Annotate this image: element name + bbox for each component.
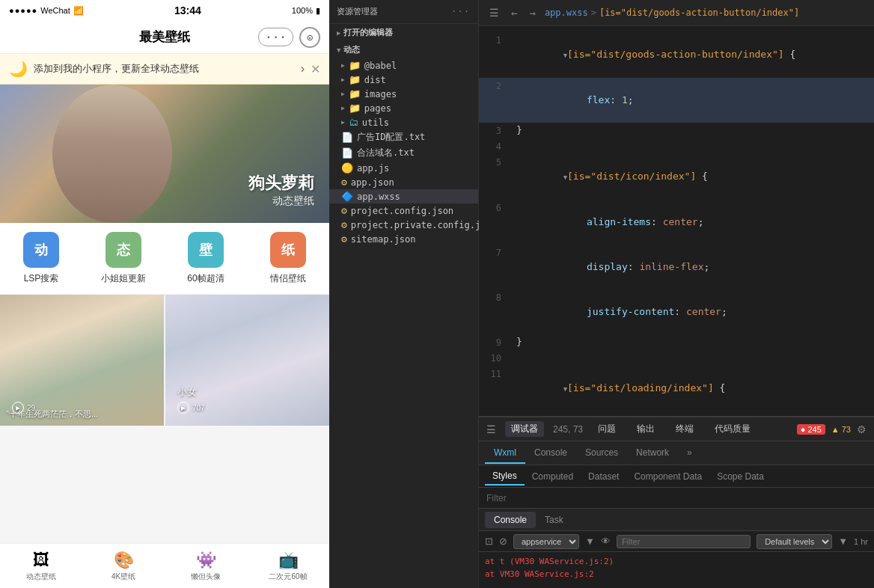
- console-dropdown-icon[interactable]: ▼: [585, 536, 595, 547]
- inspector-tab-dataset[interactable]: Dataset: [581, 468, 626, 485]
- babel-folder-icon: 📁: [349, 60, 361, 71]
- console-tab-console[interactable]: Console: [485, 512, 536, 528]
- code-editor-area[interactable]: 1 ▼[is="dist/goods-action-button/index"]…: [479, 26, 874, 416]
- utils-folder-icon: 🗂: [349, 117, 358, 128]
- console-block-icon[interactable]: ⊘: [499, 536, 507, 547]
- file-panel-title: 资源管理器: [337, 6, 378, 17]
- breadcrumb-separator: >: [591, 7, 596, 18]
- console-eye-icon[interactable]: 👁: [601, 536, 611, 547]
- more-button[interactable]: ···: [258, 28, 293, 46]
- file-projectconfig[interactable]: ⚙ project.config.json: [329, 203, 478, 218]
- tab-more[interactable]: »: [678, 443, 701, 464]
- nav-4k-icon: 🎨: [114, 551, 134, 569]
- folder-utils[interactable]: ▶ 🗂 utils: [329, 115, 478, 129]
- devtools-output-btn[interactable]: 输出: [631, 421, 661, 437]
- console-level-dropdown-icon[interactable]: ▼: [838, 536, 848, 547]
- line-number-2: 2: [479, 78, 513, 94]
- category-item-jj[interactable]: 态 小姐姐更新: [82, 223, 165, 294]
- file-adconfig[interactable]: 📄 广告ID配置.txt: [329, 129, 478, 145]
- nav-back-button[interactable]: ☰: [486, 5, 502, 20]
- banner-icon: 🌙: [9, 60, 28, 78]
- image-grid: ▶ 29 "十年生死两茫茫，不思... 小女 ▶ 707: [0, 295, 329, 543]
- code-line-2: 2 flex: 1;: [479, 78, 874, 123]
- inspector-tab-component-data[interactable]: Component Data: [626, 468, 709, 485]
- console-level-select[interactable]: Default levels: [757, 534, 832, 549]
- file-projectprivate[interactable]: ⚙ project.private.config.js...: [329, 218, 478, 232]
- dynamic-section[interactable]: ▼ 动态: [329, 41, 478, 58]
- console-tabs: Console Task: [479, 509, 874, 531]
- tab-wxml[interactable]: Wxml: [485, 443, 525, 464]
- play-icon-2: ▶: [177, 402, 189, 414]
- category-item-lsp[interactable]: 动 LSP搜索: [0, 223, 82, 294]
- tab-sources[interactable]: Sources: [576, 443, 627, 464]
- hero-subtitle: 动态壁纸: [248, 195, 314, 208]
- folder-babel[interactable]: ▶ 📁 @babel: [329, 58, 478, 73]
- console-filter-input[interactable]: [617, 535, 751, 548]
- category-label-couple: 情侣壁纸: [270, 272, 306, 285]
- nav-avatar-icon: 👾: [196, 551, 216, 569]
- tab-console[interactable]: Console: [525, 443, 576, 464]
- file-panel-more-button[interactable]: ···: [451, 7, 471, 16]
- console-service-select[interactable]: appservice: [513, 534, 579, 549]
- console-cursor-icon[interactable]: ⊡: [485, 536, 493, 547]
- wechat-label: WeChat: [40, 6, 70, 15]
- appwxss-label: app.wxss: [357, 192, 400, 202]
- nav-back-icon[interactable]: ←: [508, 5, 520, 20]
- nav-forward-icon[interactable]: →: [526, 5, 538, 20]
- images-label: images: [364, 89, 397, 99]
- console-toolbar: ⊡ ⊘ appservice ▼ 👁 Default levels ▼ 1 hr: [479, 531, 874, 552]
- line-content-7: display: inline-flex;: [513, 245, 874, 290]
- open-editors-section[interactable]: ▶ 打开的编辑器: [329, 24, 478, 41]
- sitemap-icon: ⚙: [341, 233, 347, 245]
- devtools-debugger-btn[interactable]: 调试器: [505, 421, 544, 437]
- file-legal[interactable]: 📄 合法域名.txt: [329, 145, 478, 161]
- console-tab-task[interactable]: Task: [536, 512, 572, 528]
- console-line-1: at t (VM30 WAService.js:2): [485, 555, 868, 568]
- line-content-5: ▼[is="dist/icon/index"] {: [513, 154, 874, 200]
- file-sitemap[interactable]: ⚙ sitemap.json: [329, 232, 478, 246]
- nav-item-4k[interactable]: 🎨 4K壁纸: [82, 544, 165, 588]
- category-icon-couple: 纸: [270, 232, 306, 268]
- tab-network[interactable]: Network: [627, 443, 678, 464]
- file-appjs[interactable]: 🟡 app.js: [329, 161, 478, 175]
- breadcrumb-selector: [is="dist/goods-action-button/index"]: [599, 7, 799, 18]
- devtools-settings-icon[interactable]: ⚙: [857, 423, 867, 435]
- nav-item-dynamic[interactable]: 🖼 动态壁纸: [0, 544, 82, 588]
- banner-close-button[interactable]: ✕: [311, 62, 320, 76]
- devtools-problems-btn[interactable]: 问题: [592, 421, 622, 437]
- line-number-3: 3: [479, 123, 513, 138]
- devtools-quality-btn[interactable]: 代码质量: [709, 421, 757, 437]
- file-panel-header: 资源管理器 ···: [329, 0, 478, 24]
- devtools-menu-icon[interactable]: ☰: [486, 423, 496, 435]
- devtools-terminal-btn[interactable]: 终端: [670, 421, 700, 437]
- folder-pages[interactable]: ▶ 📁 pages: [329, 101, 478, 115]
- folder-images[interactable]: ▶ 📁 images: [329, 87, 478, 101]
- image-card-2[interactable]: 小女 ▶ 707: [165, 295, 329, 426]
- images-folder-icon: 📁: [349, 88, 361, 99]
- category-item-60[interactable]: 壁 60帧超清: [165, 223, 247, 294]
- legal-icon: 📄: [341, 147, 353, 159]
- line-number-8: 8: [479, 290, 513, 305]
- file-appjson[interactable]: ⚙ app.json: [329, 175, 478, 189]
- category-item-couple[interactable]: 纸 情侣壁纸: [247, 223, 329, 294]
- line-content-9: }: [513, 334, 874, 349]
- category-label-lsp: LSP搜索: [24, 272, 59, 285]
- mini-program-banner[interactable]: 🌙 添加到我的小程序，更新全球动态壁纸 › ✕: [0, 54, 329, 85]
- folder-dist[interactable]: ▶ 📁 dist: [329, 73, 478, 87]
- line-content-6: align-items: center;: [513, 200, 874, 245]
- line-number-4: 4: [479, 138, 513, 154]
- nav-item-avatar[interactable]: 👾 懒但头像: [165, 544, 247, 588]
- pages-arrow-icon: ▶: [341, 105, 345, 111]
- legal-label: 合法域名.txt: [357, 147, 415, 159]
- code-editor-panel: ☰ ← → app.wxss > [is="dist/goods-action-…: [479, 0, 874, 588]
- file-appwxss[interactable]: 🔷 app.wxss: [329, 189, 478, 203]
- nav-item-anime[interactable]: 📺 二次元60帧: [247, 544, 329, 588]
- record-button[interactable]: ⊙: [299, 27, 320, 48]
- breadcrumb-file: app.wxss: [545, 7, 588, 18]
- adconfig-icon: 📄: [341, 132, 353, 143]
- image-card-1[interactable]: ▶ 29 "十年生死两茫茫，不思...: [0, 295, 164, 426]
- banner-text: 添加到我的小程序，更新全球动态壁纸: [34, 62, 295, 76]
- inspector-tab-scope-data[interactable]: Scope Data: [709, 468, 771, 485]
- inspector-tab-computed[interactable]: Computed: [525, 468, 581, 485]
- inspector-tab-styles[interactable]: Styles: [485, 468, 525, 486]
